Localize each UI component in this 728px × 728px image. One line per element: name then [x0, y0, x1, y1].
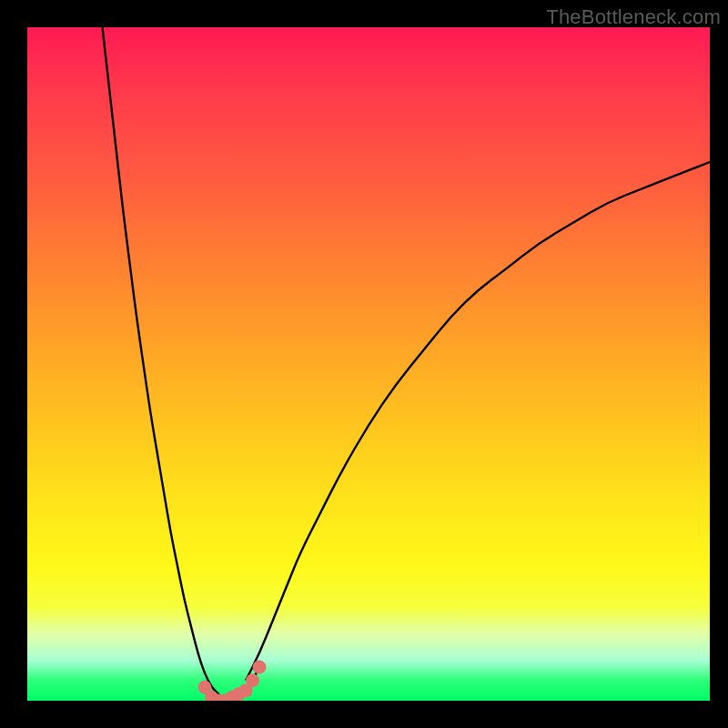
- valley-marker: [246, 673, 259, 687]
- chart-svg: [27, 27, 710, 701]
- chart-frame: TheBottleneck.com: [0, 0, 728, 728]
- plot-area: [27, 27, 710, 701]
- left-curve: [103, 27, 226, 701]
- watermark-text: TheBottleneck.com: [546, 5, 721, 29]
- right-curve: [246, 162, 710, 681]
- valley-marker: [253, 661, 267, 674]
